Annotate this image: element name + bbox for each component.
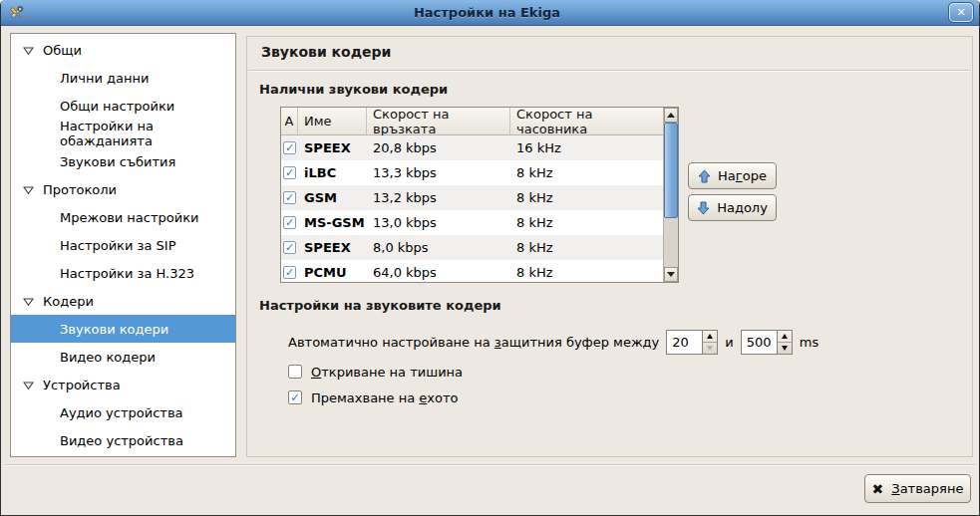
preferences-window: Настройки на Ekiga ✕ Общи Лични данни Об… (0, 0, 980, 516)
sidebar-item-personal-data[interactable]: Лични данни (11, 64, 235, 92)
codec-table: A Име Скорост на връзката Скорост на час… (280, 107, 679, 283)
scrollbar-track[interactable] (664, 218, 678, 267)
arrow-down-icon (667, 272, 675, 277)
check-icon: ✓ (285, 242, 294, 253)
window-close-button[interactable]: ✕ (949, 3, 973, 22)
silence-detection-option[interactable]: Откриване на тишина (288, 363, 463, 381)
spin-up-button[interactable] (703, 331, 717, 343)
expander-icon[interactable] (22, 44, 34, 56)
silence-detection-label: Откриване на тишина (311, 365, 463, 380)
check-icon: ✓ (285, 267, 294, 278)
column-header-name[interactable]: Име (298, 108, 367, 134)
move-down-button[interactable]: Надолу (688, 194, 777, 221)
column-header-clockrate[interactable]: Скорост на часовника (510, 108, 663, 134)
column-header-active[interactable]: A (281, 108, 298, 134)
sidebar-item-call-options[interactable]: Настройки на обажданията (11, 120, 235, 147)
sidebar-item-label: Настройки на обажданията (60, 119, 235, 148)
codec-enabled-checkbox[interactable]: ✓ (283, 191, 296, 204)
sidebar-item-audio-devices[interactable]: Аудио устройства (11, 398, 235, 426)
titlebar[interactable]: Настройки на Ekiga ✕ (1, 0, 979, 26)
codec-bitrate: 8,0 kbps (367, 240, 510, 255)
check-icon: ✓ (285, 142, 294, 153)
vertical-scrollbar[interactable] (663, 108, 678, 282)
arrow-up-icon (667, 113, 675, 118)
codec-clockrate: 8 kHz (510, 215, 663, 230)
codec-clockrate: 8 kHz (510, 165, 663, 180)
arrow-up-icon (782, 334, 788, 339)
check-icon: ✓ (285, 167, 294, 178)
sidebar-item-audio-codecs[interactable]: Звукови кодери (11, 315, 235, 343)
main-panel: Звукови кодери Налични звукови кодери A … (246, 36, 973, 457)
table-row[interactable]: ✓ SPEEX 20,8 kbps 16 kHz (281, 135, 663, 160)
codec-name: SPEEX (298, 240, 367, 255)
jitter-min-spinner (666, 330, 718, 355)
sidebar-item-label: Настройки за H.323 (60, 266, 194, 281)
scrollbar-thumb[interactable] (664, 123, 678, 218)
spin-down-button[interactable] (703, 343, 717, 354)
table-row[interactable]: ✓ SPEEX 8,0 kbps 8 kHz (281, 235, 663, 260)
codec-enabled-checkbox[interactable]: ✓ (283, 141, 296, 154)
codec-enabled-checkbox[interactable]: ✓ (283, 241, 296, 254)
codec-settings-heading: Настройки на звуковите кодери (259, 298, 501, 313)
sidebar-item-general-settings[interactable]: Общи настройки (11, 92, 235, 120)
sidebar-item-general[interactable]: Общи (11, 36, 235, 64)
table-row[interactable]: ✓ PCMU 64,0 kbps 8 kHz (281, 260, 663, 282)
move-up-button[interactable]: Нагоре (688, 162, 777, 189)
sidebar-item-codecs[interactable]: Кодери (11, 287, 235, 315)
scroll-down-button[interactable] (664, 267, 678, 282)
spin-down-button[interactable] (778, 343, 792, 354)
arrow-up-icon (698, 169, 711, 183)
arrow-down-icon (697, 201, 710, 215)
codec-enabled-checkbox[interactable]: ✓ (283, 166, 296, 179)
sidebar-item-video-codecs[interactable]: Видео кодери (11, 343, 235, 371)
expander-icon[interactable] (22, 183, 34, 195)
codec-clockrate: 8 kHz (510, 240, 663, 255)
check-icon: ✓ (290, 391, 300, 403)
sidebar-item-h323-settings[interactable]: Настройки за H.323 (11, 259, 235, 287)
scroll-up-button[interactable] (664, 108, 678, 123)
silence-detection-checkbox[interactable] (288, 365, 302, 379)
table-row[interactable]: ✓ GSM 13,2 kbps 8 kHz (281, 185, 663, 210)
sidebar-item-label: Видео кодери (60, 350, 156, 365)
table-row[interactable]: ✓ MS-GSM 13,0 kbps 8 kHz (281, 210, 663, 235)
jitter-max-input[interactable] (742, 331, 777, 354)
expander-icon[interactable] (22, 295, 34, 307)
jitter-buffer-label: Автоматично настройване на защитния буфе… (288, 335, 659, 350)
table-row[interactable]: ✓ iLBC 13,3 kbps 8 kHz (281, 160, 663, 185)
sidebar-item-label: Мрежови настройки (60, 210, 199, 225)
column-header-bitrate[interactable]: Скорост на връзката (367, 108, 510, 134)
table-header: A Име Скорост на връзката Скорост на час… (281, 108, 663, 135)
codec-enabled-checkbox[interactable]: ✓ (283, 216, 296, 229)
codec-clockrate: 8 kHz (510, 190, 663, 205)
codec-name: SPEEX (298, 140, 367, 155)
codec-name: MS-GSM (298, 215, 367, 230)
codec-clockrate: 16 kHz (510, 140, 663, 155)
button-label: Нагоре (718, 168, 767, 183)
jitter-buffer-row: Автоматично настройване на защитния буфе… (288, 329, 818, 356)
sidebar-item-network-settings[interactable]: Мрежови настройки (11, 203, 235, 231)
sidebar-item-sip-settings[interactable]: Настройки за SIP (11, 231, 235, 259)
sidebar-item-label: Устройства (43, 378, 121, 392)
echo-cancellation-label: Премахване на ехото (311, 390, 459, 405)
close-button-label: Затваряне (891, 481, 963, 496)
sidebar-item-label: Аудио устройства (60, 405, 183, 420)
sidebar-item-video-devices[interactable]: Видео устройства (11, 426, 235, 454)
codec-bitrate: 13,2 kbps (367, 190, 510, 205)
sidebar-item-protocols[interactable]: Протоколи (11, 175, 235, 203)
echo-cancellation-checkbox[interactable]: ✓ (288, 390, 302, 404)
available-codecs-heading: Налични звукови кодери (259, 82, 448, 97)
spin-up-button[interactable] (778, 331, 792, 343)
sidebar-item-sound-events[interactable]: Звукови събития (11, 147, 235, 175)
sidebar-item-devices[interactable]: Устройства (11, 371, 235, 398)
close-button[interactable]: ✖ Затваряне (864, 474, 971, 503)
expander-icon[interactable] (22, 379, 34, 390)
close-x-icon: ✖ (872, 482, 884, 496)
preferences-tree: Общи Лични данни Общи настройки Настройк… (10, 33, 236, 457)
codec-name: PCMU (298, 265, 367, 280)
jitter-min-input[interactable] (667, 331, 702, 354)
sidebar-item-label: Лични данни (60, 71, 149, 86)
echo-cancellation-option[interactable]: ✓ Премахване на ехото (288, 388, 459, 406)
codec-enabled-checkbox[interactable]: ✓ (283, 266, 296, 279)
codec-bitrate: 13,3 kbps (367, 165, 510, 180)
separator (248, 70, 971, 72)
